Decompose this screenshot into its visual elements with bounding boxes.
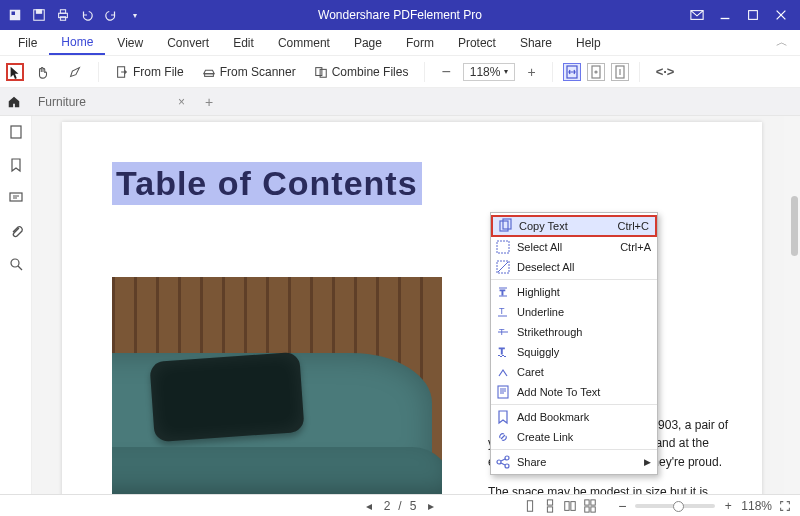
zoom-slider[interactable] — [635, 504, 715, 508]
mail-icon[interactable] — [690, 8, 704, 22]
svg-text:T: T — [500, 288, 505, 297]
svg-rect-40 — [548, 506, 553, 511]
underline-icon: T — [495, 304, 511, 320]
cm-select-all[interactable]: Select All Ctrl+A — [491, 237, 657, 257]
cm-caret[interactable]: Caret — [491, 362, 657, 382]
minimize-button[interactable] — [718, 8, 732, 22]
menu-home[interactable]: Home — [49, 30, 105, 55]
qat-dropdown-icon[interactable]: ▾ — [128, 8, 142, 22]
menu-comment[interactable]: Comment — [266, 30, 342, 55]
cm-underline[interactable]: TUnderline — [491, 302, 657, 322]
deselect-icon — [495, 259, 511, 275]
svg-text:T: T — [499, 306, 505, 316]
sb-continuous-icon[interactable] — [543, 499, 557, 513]
search-panel-icon[interactable] — [8, 256, 24, 275]
select-all-icon — [495, 239, 511, 255]
svg-rect-5 — [60, 10, 65, 14]
cm-copy-text[interactable]: Copy Text Ctrl+C — [491, 215, 657, 237]
menu-share[interactable]: Share — [508, 30, 564, 55]
svg-rect-46 — [591, 506, 595, 511]
document-tab[interactable]: Furniture × — [28, 88, 195, 115]
svg-rect-15 — [320, 69, 326, 77]
fit-page-button[interactable] — [587, 63, 605, 81]
cm-share[interactable]: Share▶ — [491, 452, 657, 472]
tab-title: Furniture — [38, 95, 86, 109]
tabs-bar: Furniture × + — [0, 88, 800, 116]
cm-deselect-all[interactable]: Deselect All — [491, 257, 657, 277]
svg-rect-44 — [591, 499, 595, 504]
cm-create-link[interactable]: Create Link — [491, 427, 657, 447]
menu-file[interactable]: File — [6, 30, 49, 55]
collapse-ribbon-icon[interactable]: ︿ — [770, 34, 794, 51]
svg-rect-1 — [12, 12, 16, 16]
menu-help[interactable]: Help — [564, 30, 613, 55]
menu-view[interactable]: View — [105, 30, 155, 55]
vertical-scrollbar[interactable] — [784, 116, 800, 494]
page: Table of Contents xxxxxxxx xxxxxxxxx on … — [62, 122, 762, 494]
sb-zoom-out-button[interactable]: − — [615, 499, 629, 513]
sb-zoom-in-button[interactable]: + — [721, 499, 735, 513]
menu-edit[interactable]: Edit — [221, 30, 266, 55]
new-tab-button[interactable]: + — [195, 94, 223, 110]
squiggly-icon: T — [495, 344, 511, 360]
window-title: Wondershare PDFelement Pro — [318, 8, 482, 22]
undo-icon[interactable] — [80, 8, 94, 22]
cm-strikethrough[interactable]: TStrikethrough — [491, 322, 657, 342]
page-next-button[interactable]: ▸ — [424, 499, 438, 513]
edit-tool-button[interactable] — [62, 62, 88, 82]
menu-protect[interactable]: Protect — [446, 30, 508, 55]
cm-add-note[interactable]: Add Note To Text — [491, 382, 657, 402]
zoom-out-button[interactable]: − — [435, 60, 456, 84]
comments-panel-icon[interactable] — [8, 190, 24, 209]
app-logo-icon — [8, 8, 22, 22]
cm-highlight[interactable]: THighlight — [491, 282, 657, 302]
svg-point-18 — [595, 71, 597, 73]
from-scanner-button[interactable]: From Scanner — [196, 62, 302, 82]
sb-single-page-icon[interactable] — [523, 499, 537, 513]
print-icon[interactable] — [56, 8, 70, 22]
page-prev-button[interactable]: ◂ — [362, 499, 376, 513]
attachments-panel-icon[interactable] — [8, 223, 24, 242]
zoom-in-button[interactable]: + — [521, 61, 541, 83]
read-mode-button[interactable]: <·> — [650, 61, 681, 82]
heading-selection[interactable]: Table of Contents — [112, 162, 422, 205]
caret-icon — [495, 364, 511, 380]
redo-icon[interactable] — [104, 8, 118, 22]
close-button[interactable] — [774, 8, 788, 22]
sb-two-continuous-icon[interactable] — [583, 499, 597, 513]
titlebar: ▾ Wondershare PDFelement Pro — [0, 0, 800, 30]
workspace: Table of Contents xxxxxxxx xxxxxxxxx on … — [0, 116, 800, 494]
ribbon: From File From Scanner Combine Files − 1… — [0, 56, 800, 88]
zoom-value-box[interactable]: 118%▾ — [463, 63, 516, 81]
from-file-button[interactable]: From File — [109, 62, 190, 82]
svg-rect-14 — [315, 67, 321, 75]
select-tool-button[interactable] — [6, 63, 24, 81]
cm-squiggly[interactable]: TSquiggly — [491, 342, 657, 362]
highlight-icon: T — [495, 284, 511, 300]
svg-rect-43 — [585, 499, 589, 504]
combine-files-button[interactable]: Combine Files — [308, 62, 415, 82]
sb-fullscreen-icon[interactable] — [778, 499, 792, 513]
cm-add-bookmark[interactable]: Add Bookmark — [491, 407, 657, 427]
document-canvas[interactable]: Table of Contents xxxxxxxx xxxxxxxxx on … — [32, 116, 784, 494]
left-panel — [0, 116, 32, 494]
menu-form[interactable]: Form — [394, 30, 446, 55]
actual-size-button[interactable] — [611, 63, 629, 81]
menu-convert[interactable]: Convert — [155, 30, 221, 55]
save-icon[interactable] — [32, 8, 46, 22]
page-current: 2 — [384, 499, 391, 513]
svg-rect-3 — [36, 10, 41, 14]
note-icon — [495, 384, 511, 400]
bookmarks-panel-icon[interactable] — [8, 157, 24, 176]
hand-tool-button[interactable] — [30, 62, 56, 82]
fit-width-button[interactable] — [563, 63, 581, 81]
tab-close-icon[interactable]: × — [178, 95, 185, 109]
svg-point-36 — [505, 456, 509, 460]
scrollbar-thumb[interactable] — [791, 196, 798, 256]
thumbnails-panel-icon[interactable] — [8, 124, 24, 143]
maximize-button[interactable] — [746, 8, 760, 22]
page-navigator: ◂ 2 / 5 ▸ — [362, 499, 439, 513]
tabs-home-icon[interactable] — [0, 95, 28, 109]
sb-two-page-icon[interactable] — [563, 499, 577, 513]
menu-page[interactable]: Page — [342, 30, 394, 55]
